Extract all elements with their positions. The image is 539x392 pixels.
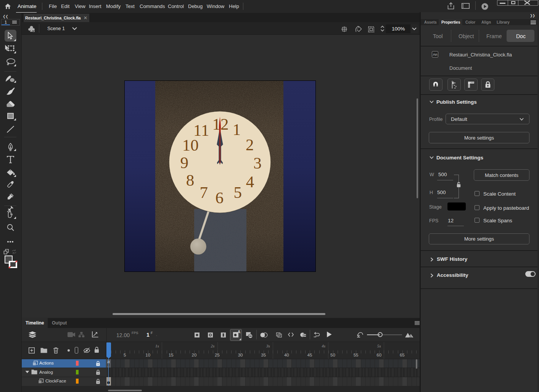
svg-text:7: 7 bbox=[200, 183, 208, 201]
svg-text:3: 3 bbox=[253, 154, 262, 172]
svg-text:8: 8 bbox=[186, 171, 195, 189]
svg-text:4: 4 bbox=[246, 173, 254, 191]
svg-text:6: 6 bbox=[215, 189, 224, 207]
svg-text:2: 2 bbox=[246, 136, 254, 154]
svg-text:5: 5 bbox=[234, 183, 242, 201]
svg-text:11: 11 bbox=[193, 121, 209, 139]
svg-text:9: 9 bbox=[180, 154, 188, 172]
svg-text:1: 1 bbox=[233, 120, 241, 138]
